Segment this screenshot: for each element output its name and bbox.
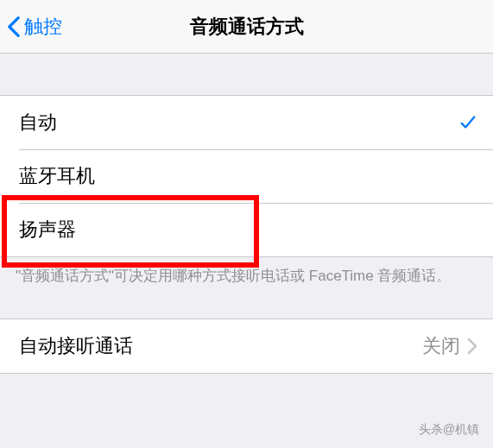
auto-answer-value: 关闭	[422, 333, 460, 359]
option-auto[interactable]: 自动	[0, 96, 493, 149]
auto-answer-row[interactable]: 自动接听通话 关闭	[0, 319, 493, 373]
option-label: 蓝牙耳机	[19, 163, 95, 189]
back-label: 触控	[24, 14, 62, 40]
auto-answer-label: 自动接听通话	[19, 333, 133, 359]
back-chevron-icon	[7, 16, 21, 38]
section-description: "音频通话方式"可决定用哪种方式接听电话或 FaceTime 音频通话。	[0, 257, 493, 286]
option-label: 自动	[19, 110, 57, 136]
row-value-group: 关闭	[422, 333, 477, 359]
auto-answer-section: 自动接听通话 关闭	[0, 319, 493, 374]
option-label: 扬声器	[19, 217, 76, 243]
audio-routing-section: 自动 蓝牙耳机 扬声器	[0, 95, 493, 257]
checkmark-icon	[458, 113, 477, 132]
back-button[interactable]: 触控	[0, 14, 62, 40]
option-speaker[interactable]: 扬声器	[0, 203, 493, 256]
watermark-text: 头杀@机镇	[419, 422, 479, 438]
chevron-right-icon	[467, 338, 477, 355]
page-title: 音频通话方式	[190, 14, 304, 40]
option-bluetooth[interactable]: 蓝牙耳机	[0, 149, 493, 203]
header-bar: 触控 音频通话方式	[0, 0, 493, 54]
